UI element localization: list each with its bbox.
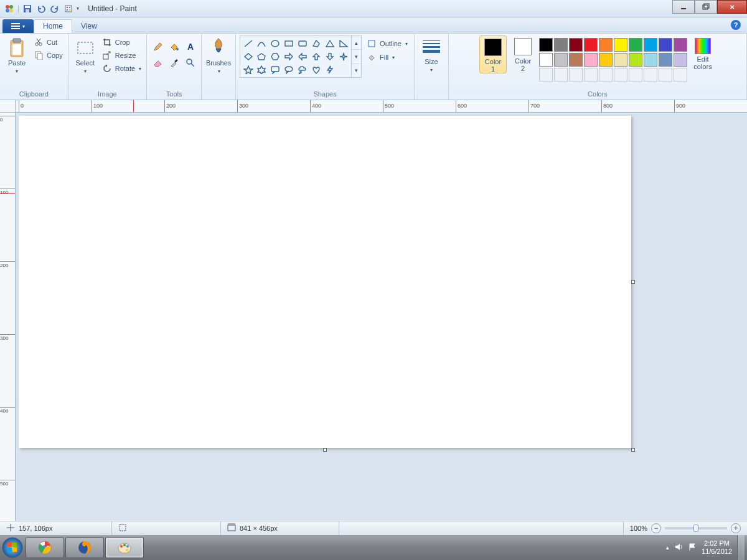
select-button[interactable]: Select▾	[72, 35, 98, 75]
shapes-expand[interactable]: ▾	[352, 64, 361, 77]
color2-button[interactable]: Color 2	[509, 35, 537, 72]
tray-clock[interactable]: 2:02 PM 11/6/2012	[702, 539, 732, 556]
shape-line[interactable]	[242, 37, 255, 50]
palette-color[interactable]	[569, 53, 583, 67]
customize-qat-icon[interactable]	[63, 3, 74, 14]
palette-custom-slot[interactable]	[614, 68, 627, 82]
shape-fill-button[interactable]: Fill▾	[365, 52, 409, 63]
tool-pencil[interactable]	[151, 39, 165, 54]
zoom-slider-thumb[interactable]	[693, 525, 698, 532]
tray-volume-icon[interactable]	[674, 543, 683, 553]
file-menu-button[interactable]: ▾	[2, 19, 34, 33]
palette-custom-slot[interactable]	[674, 68, 687, 82]
minimize-button[interactable]	[672, 0, 695, 14]
shape-callout-oval[interactable]	[283, 63, 296, 76]
palette-color[interactable]	[674, 38, 687, 52]
shape-oval[interactable]	[269, 37, 282, 50]
cut-button[interactable]: Cut	[32, 37, 64, 48]
palette-custom-slot[interactable]	[644, 68, 657, 82]
canvas[interactable]	[19, 116, 631, 448]
tool-magnifier[interactable]	[183, 55, 197, 70]
tray-flag-icon[interactable]	[688, 543, 697, 553]
shape-callout-rect[interactable]	[269, 63, 282, 76]
palette-custom-slot[interactable]	[599, 68, 613, 82]
palette-custom-slot[interactable]	[659, 68, 672, 82]
palette-color[interactable]	[599, 38, 613, 52]
palette-color[interactable]	[674, 53, 687, 67]
show-desktop-button[interactable]	[737, 535, 745, 560]
brushes-button[interactable]: Brushes▾	[205, 35, 232, 75]
taskbar-app-firefox[interactable]	[65, 537, 104, 558]
maximize-button[interactable]	[695, 0, 717, 14]
palette-custom-slot[interactable]	[539, 68, 553, 82]
shape-arrow-down[interactable]	[323, 50, 336, 63]
palette-color[interactable]	[539, 38, 553, 52]
shape-rect[interactable]	[283, 37, 296, 50]
tab-home[interactable]: Home	[34, 19, 72, 33]
resize-button[interactable]: Resize	[101, 50, 143, 61]
palette-color[interactable]	[554, 38, 568, 52]
palette-custom-slot[interactable]	[584, 68, 598, 82]
shape-curve[interactable]	[255, 37, 268, 50]
shape-hexagon[interactable]	[269, 50, 282, 63]
resize-handle-corner[interactable]	[631, 448, 635, 452]
palette-color[interactable]	[539, 53, 553, 67]
resize-handle-bottom[interactable]	[323, 448, 327, 452]
palette-color[interactable]	[629, 53, 642, 67]
shape-pentagon[interactable]	[255, 50, 268, 63]
rotate-button[interactable]: Rotate▾	[101, 63, 143, 74]
start-button[interactable]	[0, 535, 25, 560]
tool-picker[interactable]	[167, 55, 181, 70]
palette-color[interactable]	[554, 53, 568, 67]
palette-custom-slot[interactable]	[554, 68, 568, 82]
save-icon[interactable]	[22, 3, 33, 14]
color1-button[interactable]: Color 1	[479, 35, 507, 73]
redo-icon[interactable]	[49, 3, 60, 14]
shape-arrow-up[interactable]	[309, 50, 322, 63]
tab-view[interactable]: View	[72, 19, 106, 33]
palette-color[interactable]	[614, 53, 627, 67]
size-button[interactable]: Size▾	[418, 35, 444, 73]
resize-handle-right[interactable]	[631, 280, 635, 284]
tool-fill[interactable]	[167, 39, 181, 54]
tray-show-hidden-icon[interactable]: ▴	[666, 544, 669, 551]
canvas-viewport[interactable]	[16, 113, 747, 521]
shape-outline-button[interactable]: Outline▾	[365, 38, 409, 49]
copy-button[interactable]: Copy	[32, 50, 64, 61]
zoom-in-button[interactable]: +	[731, 523, 741, 533]
qat-dropdown-icon[interactable]: ▾	[77, 6, 79, 11]
palette-custom-slot[interactable]	[569, 68, 583, 82]
palette-color[interactable]	[629, 38, 642, 52]
tool-eraser[interactable]	[151, 55, 165, 70]
taskbar-app-paint[interactable]	[105, 537, 144, 558]
paste-button[interactable]: Paste▾	[4, 35, 30, 75]
shape-diamond[interactable]	[242, 50, 255, 63]
shape-lightning[interactable]	[323, 63, 336, 76]
close-button[interactable]: ✕	[717, 0, 747, 14]
edit-colors-button[interactable]: Edit colors	[690, 35, 716, 70]
shape-arrow-left[interactable]	[296, 50, 309, 63]
palette-color[interactable]	[584, 38, 598, 52]
palette-color[interactable]	[569, 38, 583, 52]
shape-polygon[interactable]	[309, 37, 322, 50]
shapes-gallery[interactable]	[240, 35, 352, 78]
taskbar-app-chrome[interactable]	[26, 537, 64, 558]
shapes-scroll-down[interactable]: ▾	[352, 50, 361, 63]
shape-arrow-right[interactable]	[283, 50, 296, 63]
shape-star6[interactable]	[255, 63, 268, 76]
help-icon[interactable]: ?	[731, 20, 741, 30]
palette-color[interactable]	[584, 53, 598, 67]
shape-right-triangle[interactable]	[337, 37, 350, 50]
tool-text[interactable]: A	[183, 39, 197, 54]
undo-icon[interactable]	[35, 3, 47, 14]
crop-button[interactable]: Crop	[101, 37, 143, 48]
palette-color[interactable]	[644, 53, 657, 67]
shape-heart[interactable]	[309, 63, 322, 76]
palette-color[interactable]	[644, 38, 657, 52]
shape-star5[interactable]	[242, 63, 255, 76]
palette-custom-slot[interactable]	[629, 68, 642, 82]
palette-color[interactable]	[614, 38, 627, 52]
palette-color[interactable]	[599, 53, 613, 67]
shape-star4[interactable]	[337, 50, 350, 63]
shape-roundrect[interactable]	[296, 37, 309, 50]
